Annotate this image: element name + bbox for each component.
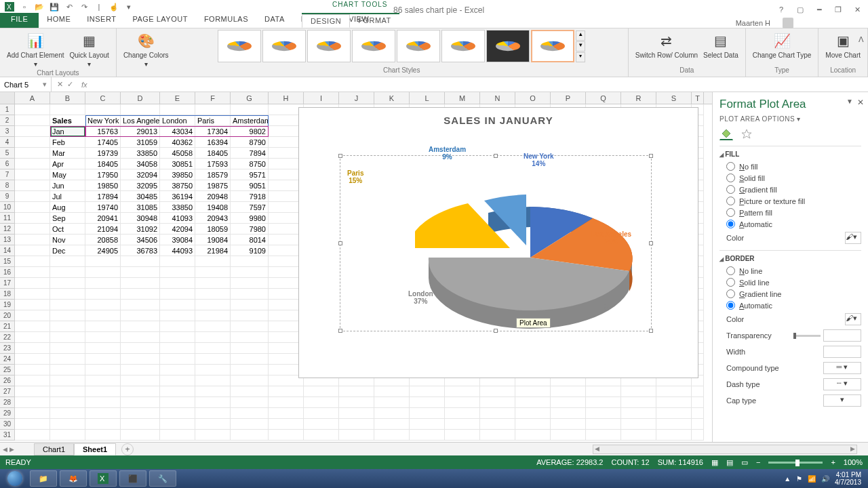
border-radio[interactable]: [726, 289, 735, 298]
row-header[interactable]: 31: [0, 430, 15, 441]
fill-option[interactable]: Gradient fill: [719, 184, 861, 195]
pane-close-icon[interactable]: ✕: [857, 98, 864, 107]
zoom-in-icon[interactable]: +: [831, 458, 835, 466]
col-header[interactable]: E: [160, 92, 195, 104]
tray-clock[interactable]: 4:01 PM4/7/2013: [835, 471, 861, 486]
col-header[interactable]: H: [269, 92, 304, 104]
data-label-paris[interactable]: Paris15%: [347, 169, 363, 184]
row-header[interactable]: 16: [0, 267, 15, 278]
switch-row-col-button[interactable]: ⇄Switch Row/ Column: [633, 30, 701, 60]
col-header[interactable]: S: [656, 92, 692, 104]
row-header[interactable]: 5: [0, 148, 15, 159]
effects-tab-icon[interactable]: [740, 127, 753, 140]
view-layout-icon[interactable]: ▤: [726, 458, 733, 467]
data-label-london[interactable]: London37%: [408, 290, 433, 305]
border-radio[interactable]: [726, 266, 735, 275]
border-option[interactable]: Automatic: [719, 300, 861, 311]
col-header[interactable]: K: [374, 92, 410, 104]
view-break-icon[interactable]: ▭: [741, 458, 748, 467]
pie-3d[interactable]: [415, 183, 632, 319]
row-header[interactable]: 24: [0, 354, 15, 365]
fill-option[interactable]: Solid fill: [719, 172, 861, 184]
chart-style-4[interactable]: [352, 30, 395, 62]
sheet-tab[interactable]: Sheet1: [74, 443, 116, 455]
undo-icon[interactable]: ↶: [64, 1, 75, 12]
col-header[interactable]: D: [121, 92, 160, 104]
move-chart-button[interactable]: ▣Move Chart: [823, 30, 863, 60]
chart-title[interactable]: SALES IN JANUARY: [299, 115, 698, 126]
chart-style-3[interactable]: [307, 30, 351, 62]
col-header[interactable]: A: [15, 92, 50, 104]
tab-format[interactable]: FORMAT: [350, 14, 399, 28]
fill-option[interactable]: Picture or texture fill: [719, 195, 861, 207]
close-icon[interactable]: ✕: [850, 3, 864, 16]
row-header[interactable]: 25: [0, 365, 15, 375]
col-header[interactable]: L: [410, 92, 445, 104]
row-header[interactable]: 19: [0, 300, 15, 310]
task-explorer[interactable]: 📁: [30, 470, 57, 487]
row-header[interactable]: 14: [0, 245, 15, 256]
fill-radio[interactable]: [726, 174, 735, 182]
zoom-slider[interactable]: [768, 462, 823, 464]
chart-style-1[interactable]: [218, 30, 261, 62]
select-all-corner[interactable]: [0, 92, 15, 104]
fill-radio[interactable]: [726, 185, 735, 194]
border-option[interactable]: No line: [719, 265, 861, 277]
task-firefox[interactable]: 🦊: [60, 470, 87, 487]
start-button[interactable]: [3, 469, 27, 488]
col-header[interactable]: P: [551, 92, 586, 104]
row-header[interactable]: 27: [0, 386, 15, 397]
chart-object[interactable]: SALES IN JANUARY: [298, 107, 698, 378]
transparency-input[interactable]: [823, 329, 861, 342]
data-label-amsterdam[interactable]: Amsterdam9%: [429, 146, 466, 161]
row-header[interactable]: 13: [0, 235, 15, 245]
pane-subtitle[interactable]: PLOT AREA OPTIONS ▾: [719, 115, 861, 123]
gallery-down-icon[interactable]: ▼: [576, 41, 585, 52]
row-header[interactable]: 9: [0, 191, 15, 202]
fill-line-tab-icon[interactable]: [719, 127, 733, 140]
section-title[interactable]: FILL: [719, 150, 861, 158]
pane-dropdown-icon[interactable]: ▼: [846, 98, 853, 107]
gallery-up-icon[interactable]: ▲: [576, 30, 585, 41]
task-excel[interactable]: X: [90, 470, 117, 487]
chart-style-8[interactable]: [531, 30, 574, 62]
border-color-picker[interactable]: 🖌▾: [845, 313, 861, 325]
border-radio[interactable]: [726, 301, 735, 310]
fill-option[interactable]: No fill: [719, 161, 861, 172]
name-box[interactable]: Chart 5▾: [0, 77, 52, 92]
quick-layout-button[interactable]: ▦Quick Layout▾: [67, 30, 112, 69]
col-header[interactable]: N: [480, 92, 515, 104]
col-header[interactable]: I: [304, 92, 339, 104]
user-name[interactable]: Maarten H: [736, 19, 770, 27]
collapse-ribbon-icon[interactable]: ᐱ: [859, 35, 864, 44]
select-data-button[interactable]: ▤Select Data: [701, 30, 741, 60]
horizontal-scrollbar[interactable]: ◀▶: [593, 445, 857, 454]
fill-radio[interactable]: [726, 220, 735, 228]
chart-style-5[interactable]: [397, 30, 440, 62]
tab-data[interactable]: DATA: [256, 13, 293, 28]
zoom-level[interactable]: 100%: [844, 458, 863, 466]
col-header[interactable]: J: [339, 92, 374, 104]
gallery-more-icon[interactable]: ▾: [576, 52, 585, 62]
row-header[interactable]: 7: [0, 169, 15, 180]
row-header[interactable]: 2: [0, 115, 15, 126]
task-app2[interactable]: 🔧: [149, 470, 176, 487]
tab-insert[interactable]: INSERT: [79, 13, 124, 28]
chart-style-2[interactable]: [262, 30, 306, 62]
tab-file[interactable]: FILE: [0, 13, 39, 28]
tray-volume-icon[interactable]: 🔊: [821, 475, 829, 483]
row-header[interactable]: 17: [0, 278, 15, 289]
fill-option[interactable]: Pattern fill: [719, 207, 861, 218]
qat-dropdown-icon[interactable]: ▾: [123, 1, 134, 12]
fill-radio[interactable]: [726, 162, 735, 171]
new-icon[interactable]: ▫: [19, 1, 30, 12]
tray-flag-icon[interactable]: ⚑: [796, 475, 802, 483]
view-normal-icon[interactable]: ▦: [711, 458, 718, 467]
col-header[interactable]: Q: [586, 92, 621, 104]
row-header[interactable]: 15: [0, 256, 15, 267]
cap-picker[interactable]: ▾: [823, 394, 861, 407]
col-header[interactable]: B: [50, 92, 85, 104]
row-header[interactable]: 22: [0, 332, 15, 343]
tray-up-icon[interactable]: ▲: [784, 475, 791, 483]
sheet-tab[interactable]: Chart1: [34, 443, 74, 455]
